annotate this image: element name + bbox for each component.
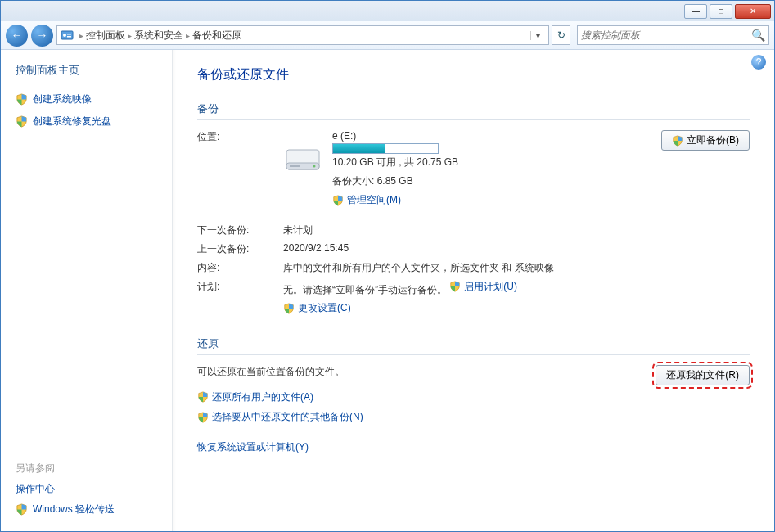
free-space-text: 10.20 GB 可用 , 共 20.75 GB — [332, 156, 458, 169]
select-other-backup-link[interactable]: 选择要从中还原文件的其他备份(N) — [197, 410, 363, 424]
breadcrumb[interactable]: 控制面板 — [86, 29, 125, 43]
action-center-link[interactable]: 操作中心 — [16, 482, 164, 496]
schedule-label: 计划: — [197, 280, 283, 294]
page-title: 备份或还原文件 — [197, 66, 750, 83]
change-settings-link[interactable]: 更改设置(C) — [283, 301, 351, 315]
restore-all-users-link[interactable]: 还原所有用户的文件(A) — [197, 390, 313, 404]
content-label: 内容: — [197, 261, 283, 275]
breadcrumb[interactable]: 备份和还原 — [192, 29, 241, 43]
shield-icon — [672, 135, 683, 147]
recover-system-link[interactable]: 恢复系统设置或计算机(Y) — [197, 440, 309, 454]
enable-schedule-link[interactable]: 启用计划(U) — [449, 280, 517, 294]
chevron-right-icon: ▸ — [186, 31, 190, 40]
see-also-label: 另请参阅 — [16, 462, 164, 476]
shield-icon — [332, 195, 344, 206]
shield-icon — [16, 115, 28, 128]
disk-icon — [283, 145, 322, 174]
back-button[interactable]: ← — [6, 25, 28, 47]
restore-section-title: 还原 — [197, 336, 750, 355]
restore-my-files-button[interactable]: 还原我的文件(R) — [656, 365, 750, 385]
manage-space-link[interactable]: 管理空间(M) — [332, 193, 401, 207]
main-panel: 备份或还原文件 备份 位置: e (E:) 10.20 GB 可用 , 共 20… — [173, 50, 774, 531]
create-repair-disc-link[interactable]: 创建系统修复光盘 — [16, 115, 164, 128]
breadcrumb[interactable]: 系统和安全 — [134, 29, 183, 43]
content-value: 库中的文件和所有用户的个人文件夹，所选文件夹 和 系统映像 — [283, 261, 750, 275]
easy-transfer-link[interactable]: Windows 轻松传送 — [16, 503, 164, 516]
location-label: 位置: — [197, 130, 283, 209]
schedule-value: 无。请选择“立即备份”手动运行备份。 — [283, 283, 447, 295]
search-box[interactable]: 🔍 — [577, 25, 769, 45]
address-dropdown[interactable]: ▾ — [530, 31, 545, 40]
control-panel-home-link[interactable]: 控制面板主页 — [16, 63, 164, 78]
shield-icon — [197, 412, 209, 423]
chevron-right-icon: ▸ — [79, 31, 83, 40]
refresh-button[interactable]: ↻ — [552, 25, 570, 45]
backup-size-text: 备份大小: 6.85 GB — [332, 174, 458, 188]
titlebar: — □ ✕ — [1, 1, 774, 21]
shield-icon — [197, 391, 209, 403]
close-button[interactable]: ✕ — [735, 4, 771, 19]
backup-now-button[interactable]: 立即备份(B) — [661, 130, 750, 151]
shield-icon — [449, 281, 461, 292]
disk-progress — [332, 143, 439, 154]
shield-icon — [16, 93, 28, 106]
chevron-right-icon: ▸ — [128, 31, 132, 40]
search-input[interactable] — [581, 29, 751, 41]
help-icon[interactable]: ? — [751, 55, 766, 70]
location-value: e (E:) — [332, 130, 458, 142]
shield-icon — [16, 503, 28, 516]
control-panel-icon — [61, 29, 74, 42]
last-backup-label: 上一次备份: — [197, 242, 283, 256]
last-backup-value: 2020/9/2 15:45 — [283, 242, 750, 254]
next-backup-label: 下一次备份: — [197, 223, 283, 237]
next-backup-value: 未计划 — [283, 223, 750, 237]
sidebar: 控制面板主页 创建系统映像 创建系统修复光盘 另请参阅 操作中心 Windows… — [1, 50, 173, 531]
address-bar[interactable]: ▸ 控制面板 ▸ 系统和安全 ▸ 备份和还原 ▾ — [56, 25, 549, 45]
shield-icon — [283, 303, 295, 314]
backup-section-title: 备份 — [197, 101, 750, 120]
navbar: ← → ▸ 控制面板 ▸ 系统和安全 ▸ 备份和还原 ▾ ↻ 🔍 — [1, 21, 774, 50]
maximize-button[interactable]: □ — [710, 4, 732, 19]
restore-text: 可以还原在当前位置备份的文件。 — [197, 365, 345, 385]
create-system-image-link[interactable]: 创建系统映像 — [16, 92, 164, 106]
minimize-button[interactable]: — — [684, 4, 707, 19]
search-icon[interactable]: 🔍 — [751, 29, 765, 42]
forward-button[interactable]: → — [31, 25, 53, 47]
